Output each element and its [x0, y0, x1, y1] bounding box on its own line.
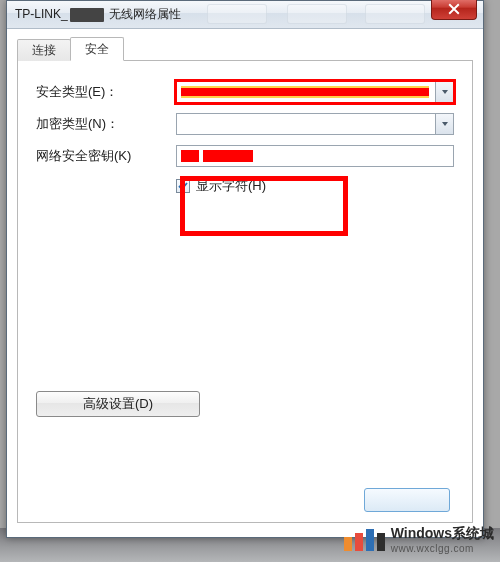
titlebar-ghost-button: [365, 4, 425, 24]
row-encryption-type: 加密类型(N)：: [36, 113, 454, 135]
redacted-value: [203, 150, 253, 162]
row-security-type: 安全类型(E)：: [36, 81, 454, 103]
chevron-down-icon: [441, 88, 449, 96]
titlebar[interactable]: TP-LINK_ 无线网络属性: [7, 1, 483, 29]
titlebar-ghost-button: [287, 4, 347, 24]
chevron-down-icon: [441, 120, 449, 128]
dropdown-arrow[interactable]: [435, 82, 453, 102]
advanced-settings-button[interactable]: 高级设置(D): [36, 391, 200, 417]
security-tabpanel: 安全类型(E)： 加密类型(N)： 网络安全密钥(K: [17, 61, 473, 523]
tab-connect[interactable]: 连接: [17, 39, 71, 61]
dialog-bottom-button[interactable]: [364, 488, 450, 512]
close-icon: [448, 3, 460, 15]
title-prefix: TP-LINK_: [15, 7, 68, 21]
row-show-characters: 显示字符(H): [176, 177, 454, 195]
redacted-value: [181, 150, 199, 162]
tabstrip: 连接 安全: [17, 37, 473, 61]
show-characters-checkbox[interactable]: [176, 179, 190, 193]
encryption-type-combobox[interactable]: [176, 113, 454, 135]
wifi-properties-dialog: TP-LINK_ 无线网络属性 连接 安全 安全类型(E)：: [6, 0, 484, 538]
client-area: 连接 安全 安全类型(E)： 加密类型(N)：: [7, 29, 483, 533]
label-network-key: 网络安全密钥(K): [36, 147, 176, 165]
checkmark-icon: [178, 181, 188, 191]
show-characters-label[interactable]: 显示字符(H): [196, 177, 266, 195]
network-key-input[interactable]: [176, 145, 454, 167]
row-network-key: 网络安全密钥(K): [36, 145, 454, 167]
redacted-ssid: [70, 8, 104, 22]
tab-security[interactable]: 安全: [70, 37, 124, 61]
title-suffix: 无线网络属性: [106, 7, 181, 21]
label-security-type: 安全类型(E)：: [36, 83, 176, 101]
titlebar-ghost-button: [207, 4, 267, 24]
window-title: TP-LINK_ 无线网络属性: [15, 6, 181, 23]
close-button[interactable]: [431, 0, 477, 20]
label-encryption-type: 加密类型(N)：: [36, 115, 176, 133]
redacted-value: [181, 86, 429, 98]
security-type-combobox[interactable]: [176, 81, 454, 103]
dropdown-arrow[interactable]: [435, 114, 453, 134]
